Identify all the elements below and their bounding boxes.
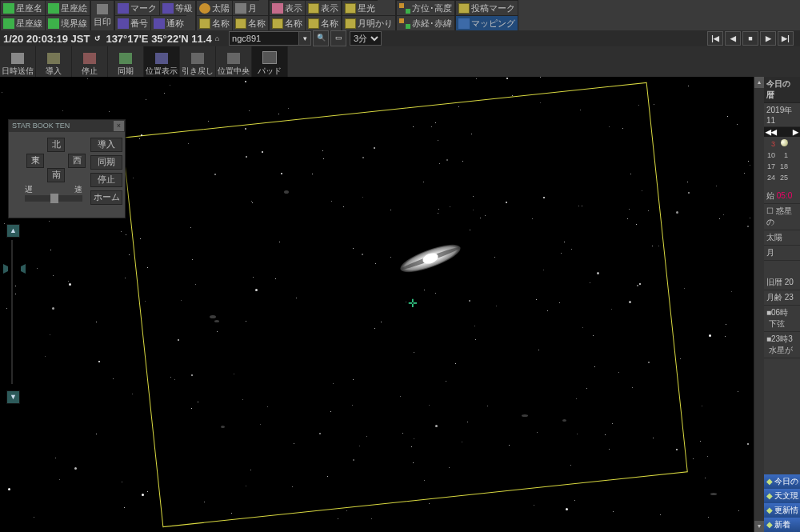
zoom-in-button[interactable]: ▲ <box>6 224 20 238</box>
toolbar-マーク[interactable]: マーク <box>114 0 159 16</box>
toolbar-月明かり[interactable]: 月明かり <box>342 15 395 31</box>
planets-checkbox-row[interactable]: ☐ 惑星の <box>764 204 800 230</box>
cal-prev-icon[interactable]: ◀◀ <box>766 128 777 136</box>
playback-controls: |◀ ◀ ■ ▶ ▶| <box>707 31 794 46</box>
toolbar-太陽[interactable]: 太陽 <box>196 0 232 16</box>
zoom-slider[interactable] <box>3 240 21 384</box>
ico-purple-icon <box>118 3 129 14</box>
star <box>748 161 749 162</box>
playback-play-icon[interactable]: ▶ <box>760 31 776 46</box>
fov-button[interactable]: ▭ <box>330 30 346 46</box>
toolbar-赤経･赤緯[interactable]: 赤経･赤緯 <box>396 15 454 31</box>
star <box>113 378 114 379</box>
playback-start-icon[interactable]: |◀ <box>707 31 723 46</box>
ico-orange-icon <box>199 3 210 14</box>
toolbar-境界線[interactable]: 境界線 <box>45 15 90 31</box>
star <box>98 361 100 362</box>
star <box>250 470 251 470</box>
toolbar-名称[interactable]: 名称 <box>232 15 268 31</box>
side-tab-updates[interactable]: ◆更新情 <box>764 503 800 518</box>
close-icon[interactable]: × <box>114 121 124 131</box>
side-tab-new[interactable]: ◆新着 <box>764 518 800 532</box>
ctrl-停止[interactable]: 停止 <box>72 46 108 78</box>
stop-button[interactable]: 停止 <box>90 173 122 187</box>
star <box>147 491 148 492</box>
star <box>406 302 406 302</box>
moon-row: 月 <box>764 246 800 261</box>
north-button[interactable]: 北 <box>47 138 65 152</box>
toolbar-目印[interactable]: 目印 <box>90 0 114 31</box>
south-button[interactable]: 南 <box>47 168 65 182</box>
ctrl-位置中央[interactable]: 位置中央 <box>216 46 252 78</box>
star <box>570 465 571 466</box>
toolbar-方位･高度[interactable]: 方位･高度 <box>396 0 454 16</box>
toolbar-表示[interactable]: 表示 <box>269 0 305 16</box>
toolbar-星座線[interactable]: 星座線 <box>0 15 45 31</box>
toolbar-名称[interactable]: 名称 <box>269 15 305 31</box>
toolbar-月[interactable]: 月 <box>232 0 259 16</box>
star <box>374 147 375 149</box>
ctrl-導入[interactable]: 導入 <box>36 46 72 78</box>
ctrl-同期[interactable]: 同期 <box>108 46 144 78</box>
home-button[interactable]: ホーム <box>90 190 122 205</box>
ico-yellow-icon <box>235 18 246 29</box>
scroll-down-icon[interactable]: ▾ <box>754 521 764 532</box>
star <box>278 114 279 114</box>
star <box>747 443 749 445</box>
toolbar-等級[interactable]: 等級 <box>159 0 195 16</box>
ctrl-引き戻し[interactable]: 引き戻し <box>180 46 216 78</box>
toolbar-星座絵[interactable]: 星座絵 <box>45 0 90 16</box>
playback-rewind-icon[interactable]: ◀ <box>725 31 741 46</box>
sky-scrollbar[interactable]: ▴ ▾ <box>754 77 764 532</box>
east-button[interactable]: 東 <box>26 154 44 168</box>
playback-end-icon[interactable]: ▶| <box>778 31 794 46</box>
cal-next-icon[interactable]: ▶ <box>793 128 798 136</box>
calendar-nav[interactable]: ◀◀ ▶ <box>764 127 800 137</box>
star <box>146 99 146 100</box>
playback-pause-icon[interactable]: ■ <box>742 31 758 46</box>
star <box>375 263 376 264</box>
west-button[interactable]: 西 <box>68 154 86 168</box>
speed-slider[interactable] <box>25 195 82 202</box>
star <box>45 356 46 357</box>
faint-galaxy <box>562 419 566 422</box>
time-step-select[interactable]: 3分 <box>350 31 382 46</box>
center-crosshair-icon: ✛ <box>406 297 419 310</box>
star <box>371 518 372 519</box>
star <box>109 111 110 112</box>
star <box>400 396 401 397</box>
star <box>747 226 749 227</box>
slew-button[interactable]: 導入 <box>90 138 122 152</box>
scroll-up-icon[interactable]: ▴ <box>754 77 764 88</box>
sync-button[interactable]: 同期 <box>90 155 122 170</box>
star <box>648 210 649 211</box>
star <box>652 246 653 246</box>
calendar[interactable]: 310117182425 <box>764 137 791 184</box>
ico-yellow-icon <box>308 18 319 29</box>
star <box>577 434 578 434</box>
star <box>53 275 54 276</box>
star <box>708 517 709 518</box>
toolbar-星座名[interactable]: 星座名 <box>0 0 45 16</box>
side-tab-phenomena[interactable]: ◆天文現 <box>764 489 800 503</box>
toolbar-星光[interactable]: 星光 <box>342 0 378 16</box>
toolbar-名称[interactable]: 名称 <box>196 15 232 31</box>
search-button[interactable]: 🔍 <box>313 30 329 46</box>
star <box>352 405 353 406</box>
search-input[interactable] <box>229 31 299 46</box>
ctrl-位置表示[interactable]: 位置表示 <box>144 46 180 78</box>
toolbar-番号[interactable]: 番号 <box>114 15 150 31</box>
star <box>648 362 650 363</box>
toolbar-投稿マーク[interactable]: 投稿マーク <box>455 0 518 16</box>
zoom-out-button[interactable]: ▼ <box>6 390 20 404</box>
toolbar-名称[interactable]: 名称 <box>305 15 341 31</box>
side-tab-today[interactable]: ◆今日の <box>764 474 800 489</box>
faint-galaxy <box>214 320 219 322</box>
toolbar-通称[interactable]: 通称 <box>150 15 186 31</box>
ctrl-日時送信[interactable]: 日時送信 <box>0 46 36 78</box>
ctrl-パッド[interactable]: パッド <box>252 46 288 78</box>
star <box>705 478 706 478</box>
toolbar-表示[interactable]: 表示 <box>305 0 341 16</box>
toolbar-マッピング[interactable]: マッピング <box>455 15 518 31</box>
search-dropdown[interactable]: ▾ <box>299 31 311 46</box>
